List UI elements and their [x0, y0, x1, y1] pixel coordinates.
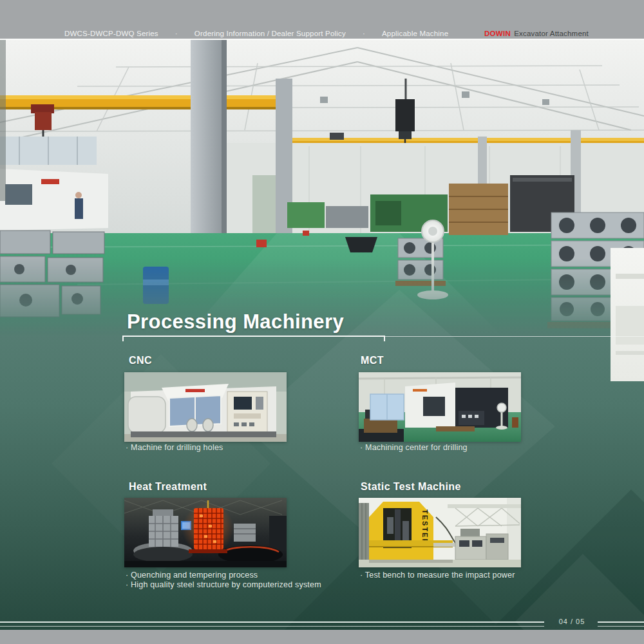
title-underline-extension	[385, 336, 644, 337]
brand-lockup: DOWIN Excavator Attachment	[484, 30, 589, 37]
factory-photo	[0, 40, 644, 343]
heat-treatment-caption-line2: · High quality steel structure by comput…	[126, 580, 321, 590]
heat-treatment-photo-graphic	[124, 498, 287, 567]
right-panel-detail	[616, 274, 644, 279]
section-label-static-test: Static Test Machine	[361, 481, 461, 493]
right-panel-detail	[616, 351, 644, 355]
page-title: Processing Machinery	[127, 310, 344, 334]
static-test-photo: TESTER	[359, 498, 521, 567]
mct-caption: · Machining center for drilling	[360, 443, 468, 453]
right-panel-graphic	[611, 248, 644, 381]
heat-treatment-caption: · Quenching and tempering process · High…	[126, 571, 321, 590]
title-underline-tick	[122, 336, 124, 341]
static-test-photo-graphic: TESTER	[359, 498, 521, 567]
section-label-heat-treatment: Heat Treatment	[129, 481, 207, 493]
brochure-page: DWCS-DWCP-DWQ Series · Ordering Informat…	[0, 0, 644, 644]
section-label-cnc: CNC	[129, 355, 152, 366]
header-divider	[0, 39, 644, 40]
mct-photo-graphic	[359, 372, 521, 442]
cnc-photo	[124, 372, 287, 442]
header-nav: DWCS-DWCP-DWQ Series · Ordering Informat…	[64, 28, 589, 39]
heat-treatment-caption-line1: · Quenching and tempering process	[126, 571, 321, 580]
cnc-photo-graphic	[124, 372, 287, 442]
nav-separator: ·	[175, 30, 178, 37]
tester-lettering: TESTER	[421, 509, 429, 545]
factory-photo-graphic	[0, 40, 644, 343]
nav-item-series: DWCS-DWCP-DWQ Series	[64, 30, 158, 37]
static-test-caption: · Test bench to measure the impact power	[360, 571, 515, 580]
mct-photo	[359, 372, 521, 442]
page-number: 04 / 05	[547, 618, 596, 625]
footer-rule-right	[598, 621, 644, 627]
cnc-caption: · Machine for drilling holes	[126, 443, 223, 453]
right-panel-detail	[616, 306, 644, 345]
footer-rule-left	[0, 621, 544, 627]
nav-item-machine: Applicable Machine	[382, 30, 448, 37]
heat-treatment-photo	[124, 498, 287, 567]
title-underline	[122, 336, 385, 337]
nav-item-ordering: Ordering Information / Dealer Support Po…	[194, 30, 346, 37]
brand-name: DOWIN	[484, 30, 511, 37]
nav-separator: ·	[363, 30, 365, 37]
brand-suffix: Excavator Attachment	[514, 30, 589, 37]
section-label-mct: MCT	[361, 355, 384, 366]
